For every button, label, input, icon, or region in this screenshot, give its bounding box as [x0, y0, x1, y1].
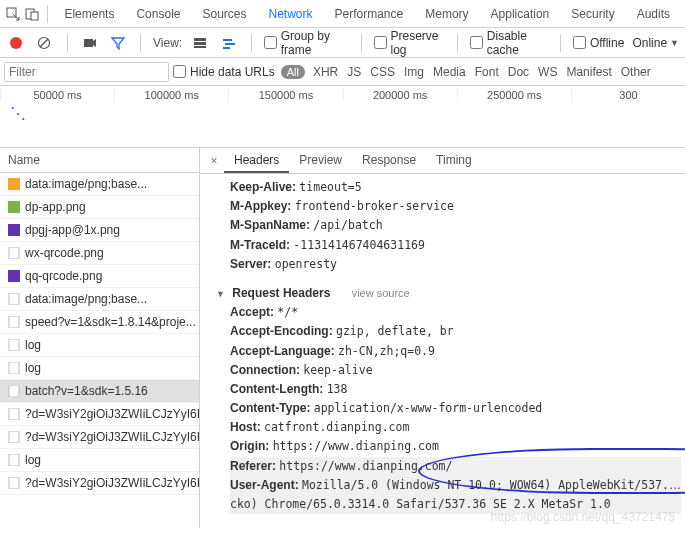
tab-console[interactable]: Console: [125, 1, 191, 27]
disable-cache-checkbox[interactable]: Disable cache: [470, 29, 548, 57]
request-row[interactable]: data:image/png;base...: [0, 173, 199, 196]
request-row[interactable]: log: [0, 449, 199, 472]
svg-rect-20: [9, 362, 19, 374]
file-icon: [8, 316, 20, 328]
request-row[interactable]: batch?v=1&sdk=1.5.16: [0, 380, 199, 403]
request-row[interactable]: dp-app.png: [0, 196, 199, 219]
view-source-link[interactable]: view source: [352, 287, 410, 299]
record-icon[interactable]: [6, 31, 26, 55]
device-icon[interactable]: [23, 2, 40, 26]
request-name: ?d=W3siY2giOiJ3ZWIiLCJzYyI6I...: [25, 407, 199, 421]
main-panel: Name data:image/png;base...dp-app.pngdpg…: [0, 148, 685, 528]
request-headers-section[interactable]: Request Headers view source: [216, 284, 681, 303]
query-string-section[interactable]: Query String Parameters view source view…: [216, 524, 681, 528]
request-row[interactable]: dpgj-app@1x.png: [0, 219, 199, 242]
filter-doc[interactable]: Doc: [508, 65, 529, 79]
details-tab-response[interactable]: Response: [352, 149, 426, 173]
filter-xhr[interactable]: XHR: [313, 65, 338, 79]
svg-rect-18: [9, 316, 19, 328]
file-icon: [8, 270, 20, 282]
timeline-tick: 150000 ms: [228, 89, 342, 101]
details-tab-preview[interactable]: Preview: [289, 149, 352, 173]
timeline-overview[interactable]: 50000 ms100000 ms150000 ms200000 ms25000…: [0, 86, 685, 148]
divider: [140, 34, 141, 52]
tab-security[interactable]: Security: [560, 1, 625, 27]
timeline-tick: 300: [571, 89, 685, 101]
request-name: log: [25, 338, 41, 352]
filter-other[interactable]: Other: [621, 65, 651, 79]
view-source-link[interactable]: view source: [395, 527, 453, 528]
file-icon: [8, 385, 20, 397]
header-row: M-SpanName: /api/batch: [230, 216, 681, 235]
tab-network[interactable]: Network: [258, 1, 324, 27]
svg-rect-24: [9, 454, 19, 466]
request-name: data:image/png;base...: [25, 292, 147, 306]
svg-rect-14: [8, 224, 20, 236]
svg-rect-15: [9, 247, 19, 259]
header-row: User-Agent: Mozilla/5.0 (Windows NT 10.0…: [230, 476, 681, 495]
clear-icon[interactable]: [34, 31, 54, 55]
request-row[interactable]: ?d=W3siY2giOiJ3ZWIiLCJzYyI6I...: [0, 426, 199, 449]
filter-icon[interactable]: [108, 31, 128, 55]
request-row[interactable]: speed?v=1&sdk=1.8.14&proje...: [0, 311, 199, 334]
tab-performance[interactable]: Performance: [324, 1, 415, 27]
preserve-log-checkbox[interactable]: Preserve log: [374, 29, 445, 57]
request-row[interactable]: qq-qrcode.png: [0, 265, 199, 288]
filter-ws[interactable]: WS: [538, 65, 557, 79]
svg-rect-8: [194, 46, 206, 48]
request-name: qq-qrcode.png: [25, 269, 102, 283]
request-name: wx-qrcode.png: [25, 246, 104, 260]
filter-media[interactable]: Media: [433, 65, 466, 79]
large-rows-icon[interactable]: [190, 31, 210, 55]
request-name: ?d=W3siY2giOiJ3ZWIiLCJzYyI6I...: [25, 476, 199, 490]
filter-font[interactable]: Font: [475, 65, 499, 79]
details-tab-headers[interactable]: Headers: [224, 149, 289, 173]
divider: [560, 34, 561, 52]
filter-all[interactable]: All: [281, 65, 305, 79]
request-row[interactable]: log: [0, 334, 199, 357]
filter-css[interactable]: CSS: [370, 65, 395, 79]
tab-audits[interactable]: Audits: [626, 1, 681, 27]
filter-img[interactable]: Img: [404, 65, 424, 79]
request-row[interactable]: data:image/png;base...: [0, 288, 199, 311]
close-icon[interactable]: ×: [204, 154, 224, 168]
offline-checkbox[interactable]: Offline: [573, 36, 624, 50]
camera-icon[interactable]: [80, 31, 100, 55]
name-column-header[interactable]: Name: [0, 148, 199, 173]
filter-js[interactable]: JS: [347, 65, 361, 79]
timeline-tick: 100000 ms: [114, 89, 228, 101]
inspect-icon[interactable]: [4, 2, 21, 26]
group-by-frame-checkbox[interactable]: Group by frame: [264, 29, 349, 57]
file-icon: [8, 293, 20, 305]
view-label: View:: [153, 36, 182, 50]
file-icon: [8, 362, 20, 374]
chevron-down-icon: ▼: [670, 38, 679, 48]
view-url-encoded-link[interactable]: view URL encoded: [474, 527, 566, 528]
filter-input[interactable]: [4, 62, 169, 82]
tab-memory[interactable]: Memory: [414, 1, 479, 27]
header-row: Accept: */*: [230, 303, 681, 322]
request-name: dpgj-app@1x.png: [25, 223, 120, 237]
header-row: Accept-Language: zh-CN,zh;q=0.9: [230, 342, 681, 361]
request-name: speed?v=1&sdk=1.8.14&proje...: [25, 315, 196, 329]
svg-rect-2: [31, 12, 38, 20]
request-row[interactable]: ?d=W3siY2giOiJ3ZWIiLCJzYyI6I...: [0, 403, 199, 426]
tab-application[interactable]: Application: [480, 1, 561, 27]
svg-rect-6: [194, 38, 206, 41]
file-icon: [8, 431, 20, 443]
details-tab-timing[interactable]: Timing: [426, 149, 482, 173]
file-icon: [8, 408, 20, 420]
header-row: M-TraceId: -113141467404631169: [230, 236, 681, 255]
hide-data-urls-checkbox[interactable]: Hide data URLs: [173, 65, 275, 79]
request-row[interactable]: log: [0, 357, 199, 380]
file-icon: [8, 477, 20, 489]
overview-icon[interactable]: [218, 31, 238, 55]
file-icon: [8, 178, 20, 190]
request-row[interactable]: ?d=W3siY2giOiJ3ZWIiLCJzYyI6I...: [0, 472, 199, 495]
tab-sources[interactable]: Sources: [191, 1, 257, 27]
request-row[interactable]: wx-qrcode.png: [0, 242, 199, 265]
divider: [361, 34, 362, 52]
tab-elements[interactable]: Elements: [53, 1, 125, 27]
throttling-select[interactable]: Online▼: [632, 36, 679, 50]
filter-manifest[interactable]: Manifest: [566, 65, 611, 79]
